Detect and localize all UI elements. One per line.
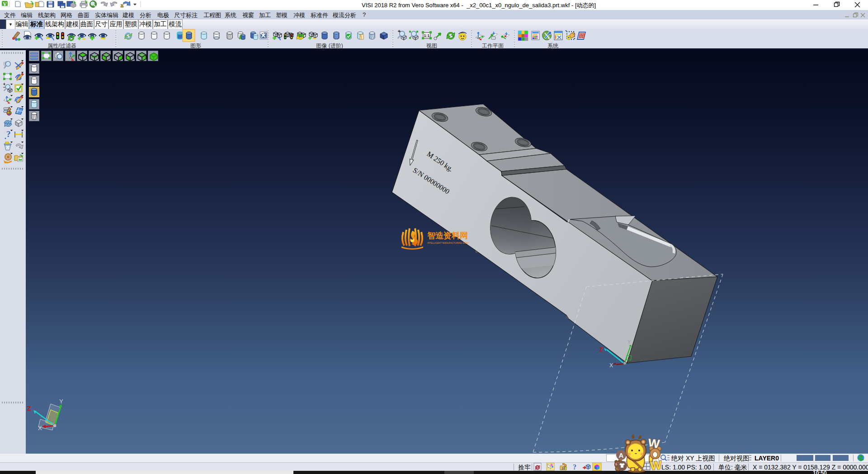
svg-text:A: A (619, 451, 624, 459)
svg-text:W: W (650, 458, 662, 473)
